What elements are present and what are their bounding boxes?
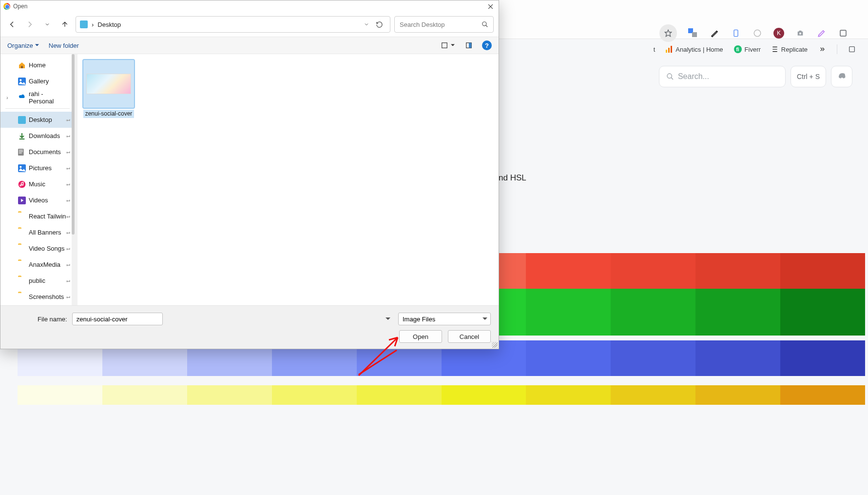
color-swatch[interactable] xyxy=(526,340,611,376)
nav-recent-dropdown[interactable] xyxy=(40,18,54,31)
color-swatch[interactable] xyxy=(18,385,102,405)
sidebar-item-videos[interactable]: Videos xyxy=(0,192,75,208)
bookmark-fiverr[interactable]: fi Fiverr xyxy=(734,45,761,53)
address-dropdown-button[interactable] xyxy=(361,21,372,27)
view-mode-dropdown[interactable] xyxy=(450,40,456,51)
color-swatch[interactable] xyxy=(187,385,272,405)
sidebar-scrollbar[interactable] xyxy=(72,54,75,305)
color-swatch[interactable] xyxy=(357,385,442,405)
color-swatch[interactable] xyxy=(695,253,780,289)
discord-button[interactable] xyxy=(831,66,852,87)
color-swatch[interactable] xyxy=(695,385,780,405)
color-swatch[interactable] xyxy=(526,385,611,405)
sidebar-divider xyxy=(5,108,70,109)
organize-menu[interactable]: Organize xyxy=(7,42,39,49)
page-search-input[interactable]: Search... xyxy=(659,66,786,87)
sidebar-item-documents[interactable]: Documents xyxy=(0,144,75,160)
dialog-title: Open xyxy=(13,3,27,10)
file-item[interactable]: zenui-social-cover xyxy=(82,60,135,118)
eyedropper-icon[interactable] xyxy=(709,28,720,39)
view-mode-button[interactable] xyxy=(439,40,450,51)
sidebar-item-home[interactable]: Home xyxy=(0,57,75,73)
color-swatch[interactable] xyxy=(611,340,695,376)
cancel-button[interactable]: Cancel xyxy=(448,330,491,343)
sidebar-item-public[interactable]: public xyxy=(0,273,75,289)
dialog-search-input[interactable]: Search Desktop xyxy=(394,16,494,33)
address-bar[interactable]: › Desktop xyxy=(76,16,390,33)
sidebar-item-video-songs[interactable]: Video Songs xyxy=(0,240,75,257)
bookmark-star-button[interactable] xyxy=(659,24,677,42)
sidebar-item-anaxmedia[interactable]: AnaxMedia xyxy=(0,257,75,273)
palette-yellow[interactable] xyxy=(18,385,865,405)
svg-rect-22 xyxy=(19,153,22,153)
color-swatch[interactable] xyxy=(780,385,865,405)
bookmark-analytics[interactable]: Analytics | Home xyxy=(666,46,723,53)
extension-icon[interactable] xyxy=(838,28,849,39)
color-swatch[interactable] xyxy=(272,385,357,405)
sidebar-item-music[interactable]: Music xyxy=(0,176,75,192)
circle-extension-icon[interactable] xyxy=(752,28,763,39)
nav-back-button[interactable] xyxy=(5,18,19,31)
close-icon[interactable] xyxy=(486,2,495,11)
color-swatch[interactable] xyxy=(526,289,611,336)
open-button[interactable]: Open xyxy=(399,330,442,343)
dialog-titlebar: Open xyxy=(0,0,499,12)
sidebar-item-gallery[interactable]: Gallery xyxy=(0,73,75,89)
help-button[interactable]: ? xyxy=(482,40,492,50)
file-thumbnail xyxy=(83,60,134,108)
preview-pane-button[interactable] xyxy=(463,40,474,51)
bookmarks-overflow[interactable] xyxy=(818,45,826,53)
pin-icon xyxy=(65,180,72,187)
new-folder-button[interactable]: New folder xyxy=(49,42,79,49)
color-swatch[interactable] xyxy=(780,340,865,376)
color-swatch[interactable] xyxy=(526,253,611,289)
translate-icon[interactable] xyxy=(688,28,698,39)
page-partial-text: nd HSL xyxy=(499,173,526,183)
sidebar-item-onedrive[interactable]: › rahi - Personal xyxy=(0,89,75,105)
color-swatch[interactable] xyxy=(780,289,865,336)
color-swatch[interactable] xyxy=(442,385,526,405)
cloud-icon xyxy=(18,94,26,101)
color-swatch[interactable] xyxy=(695,340,780,376)
file-name-input[interactable] xyxy=(72,313,163,325)
sidebar-item-downloads[interactable]: Downloads xyxy=(0,128,75,144)
svg-rect-7 xyxy=(666,50,667,53)
scrollbar-thumb[interactable] xyxy=(72,54,75,235)
pin-icon xyxy=(65,261,72,268)
color-swatch[interactable] xyxy=(611,385,695,405)
breadcrumb-location[interactable]: Desktop xyxy=(97,21,121,28)
pin-icon xyxy=(65,277,72,284)
sidebar-item-react-tailwin[interactable]: React Tailwin xyxy=(0,208,75,224)
chevron-down-icon[interactable] xyxy=(386,317,390,321)
nav-up-button[interactable] xyxy=(58,18,72,31)
refresh-button[interactable] xyxy=(372,18,386,31)
svg-point-11 xyxy=(667,74,672,78)
bookmark-replicate[interactable]: Replicate xyxy=(772,46,808,53)
expand-icon[interactable]: › xyxy=(6,95,8,100)
sidebar-item-screenshots[interactable]: Screenshots xyxy=(0,289,75,305)
avatar-k-icon[interactable]: K xyxy=(773,28,784,39)
file-type-select[interactable]: Image Files xyxy=(398,313,491,325)
search-icon xyxy=(482,21,488,28)
sidebar-item-desktop[interactable]: Desktop xyxy=(0,112,75,128)
color-swatch[interactable] xyxy=(780,253,865,289)
phone-icon[interactable] xyxy=(731,28,741,39)
dialog-command-bar: Organize New folder ? xyxy=(0,37,499,54)
color-swatch[interactable] xyxy=(102,385,187,405)
color-swatch[interactable] xyxy=(695,289,780,336)
svg-point-5 xyxy=(799,33,801,35)
resize-grip[interactable] xyxy=(492,342,498,348)
color-swatch[interactable] xyxy=(611,253,695,289)
svg-rect-3 xyxy=(734,30,738,36)
color-swatch[interactable] xyxy=(611,289,695,336)
camera-icon[interactable] xyxy=(795,28,806,39)
sidebar-item-pictures[interactable]: Pictures xyxy=(0,160,75,176)
sidebar-item-all-banners[interactable]: All Banners xyxy=(0,224,75,240)
pen-extension-icon[interactable] xyxy=(816,28,827,39)
pin-icon xyxy=(65,293,72,300)
pin-icon xyxy=(65,164,72,171)
reading-list-icon[interactable] xyxy=(848,45,856,53)
nav-forward-button[interactable] xyxy=(23,18,37,31)
file-list-area[interactable]: zenui-social-cover xyxy=(77,54,499,305)
svg-point-24 xyxy=(19,166,21,168)
